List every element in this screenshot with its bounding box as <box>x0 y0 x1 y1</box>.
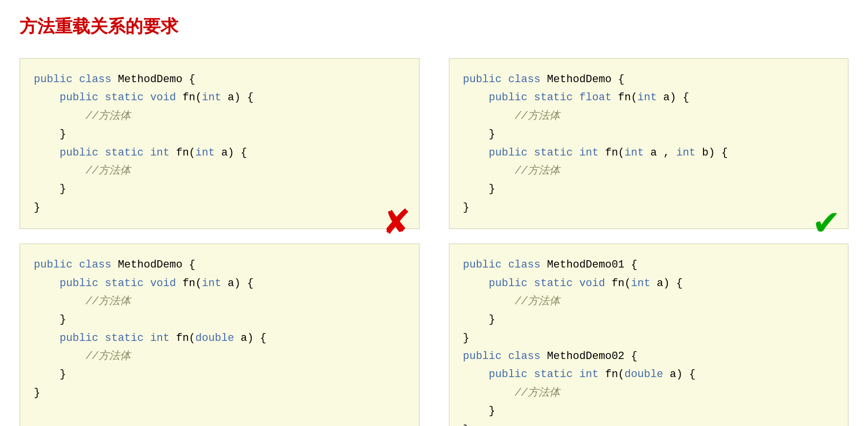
code-line: } <box>34 384 405 402</box>
code-line: //方法体 <box>463 162 835 180</box>
code-line: public static void fn(int a) { <box>34 89 405 107</box>
code-line: public static void fn(int a) { <box>34 274 405 292</box>
code-line: public static int fn(int a) { <box>34 144 405 162</box>
code-line: } <box>463 180 835 198</box>
code-line: } <box>463 311 835 329</box>
page-title: 方法重载关系的要求 <box>20 15 848 39</box>
card-grid: public class MethodDemo { public static … <box>20 58 848 426</box>
code-line: //方法体 <box>34 292 405 311</box>
cross-badge: ✘ <box>385 204 409 243</box>
code-line: } <box>463 421 835 426</box>
code-card-card-tl: public class MethodDemo { public static … <box>20 58 420 229</box>
code-line: } <box>463 199 835 217</box>
code-line: public static int fn(double a) { <box>34 329 405 347</box>
code-card-card-tr: public class MethodDemo { public static … <box>449 58 849 229</box>
code-line: //方法体 <box>463 107 835 125</box>
code-line: public static int fn(double a) { <box>463 365 835 383</box>
code-card-card-bl: public class MethodDemo { public static … <box>20 244 420 426</box>
code-line: } <box>34 311 405 329</box>
code-line: } <box>34 180 405 198</box>
code-line: public class MethodDemo { <box>34 70 405 89</box>
code-line: public static float fn(int a) { <box>463 89 835 107</box>
code-line: } <box>34 125 405 143</box>
code-line: public class MethodDemo02 { <box>463 347 835 365</box>
code-line: } <box>34 365 405 383</box>
code-line: public class MethodDemo01 { <box>463 256 835 274</box>
code-line: public static int fn(int a , int b) { <box>463 144 835 162</box>
code-line: } <box>463 125 835 143</box>
code-line: //方法体 <box>463 292 835 311</box>
code-line: } <box>463 402 835 420</box>
check-badge: ✔ <box>815 204 838 243</box>
code-line: //方法体 <box>34 162 405 180</box>
code-line: } <box>34 199 405 217</box>
code-line: public static void fn(int a) { <box>463 274 835 292</box>
code-line: public class MethodDemo { <box>463 70 835 89</box>
code-line: public class MethodDemo { <box>34 256 405 274</box>
code-line: } <box>463 329 835 347</box>
code-line: //方法体 <box>34 347 405 365</box>
code-line: //方法体 <box>463 384 835 402</box>
code-line: //方法体 <box>34 107 405 125</box>
code-card-card-br: public class MethodDemo01 { public stati… <box>449 244 849 426</box>
